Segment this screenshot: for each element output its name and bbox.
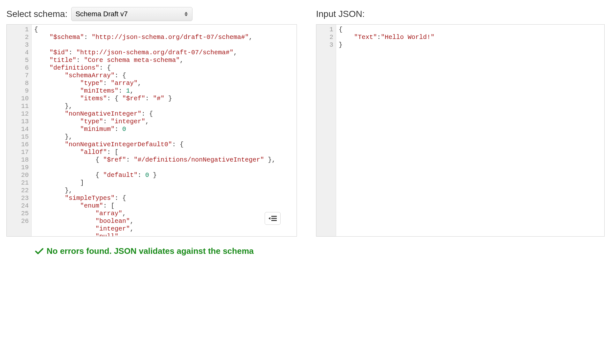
schema-editor[interactable]: 1234567891011121314151617181920212223242…	[6, 24, 297, 237]
validation-message-text: No errors found. JSON validates against …	[47, 246, 254, 256]
dropdown-arrows-icon	[185, 12, 188, 16]
svg-rect-0	[271, 216, 277, 217]
validation-status: No errors found. JSON validates against …	[35, 246, 605, 256]
indent-icon	[268, 216, 277, 221]
indent-toggle-button[interactable]	[265, 212, 281, 225]
json-editor-code[interactable]: { "Text":"Hello World!"}	[336, 25, 604, 236]
input-json-label: Input JSON:	[316, 9, 365, 19]
schema-editor-code[interactable]: { "$schema": "http://json-schema.org/dra…	[32, 25, 297, 236]
json-editor[interactable]: 123 { "Text":"Hello World!"}	[316, 24, 605, 237]
check-icon	[35, 248, 43, 255]
schema-select-value: Schema Draft v7	[75, 10, 128, 18]
json-editor-gutter: 123	[316, 25, 336, 236]
schema-editor-gutter: 1234567891011121314151617181920212223242…	[7, 25, 32, 236]
schema-select-label: Select schema:	[6, 9, 67, 19]
svg-rect-1	[271, 218, 277, 219]
schema-select-dropdown[interactable]: Schema Draft v7	[71, 7, 192, 21]
svg-rect-2	[271, 220, 277, 221]
